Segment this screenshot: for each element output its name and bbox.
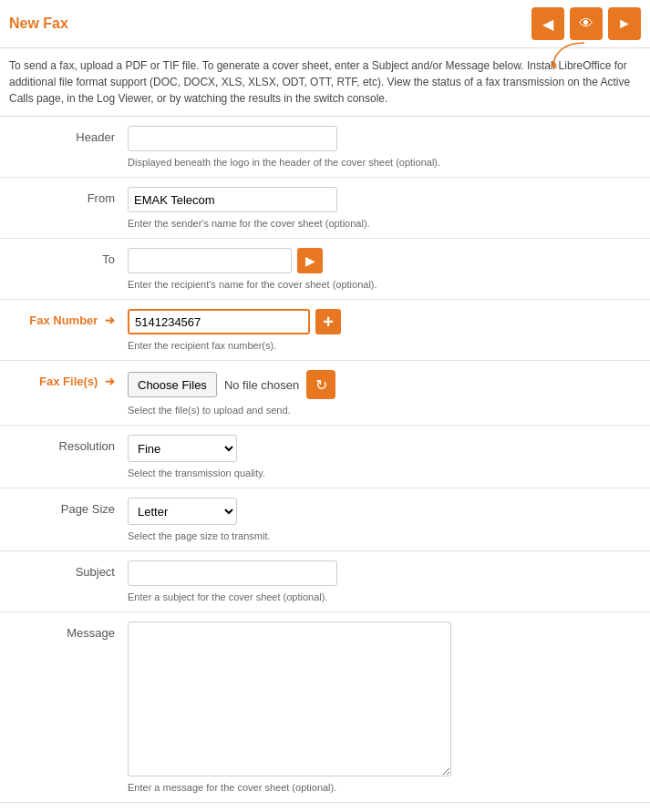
eye-icon: 👁: [579, 15, 593, 32]
message-content: Enter a message for the cover sheet (opt…: [128, 622, 641, 793]
fax-files-row: Fax File(s) ➔ Choose Files No file chose…: [0, 361, 650, 426]
fax-files-hint: Select the file(s) to upload and send.: [128, 405, 641, 416]
resolution-row: Resolution Fine Normal Extra Fine Select…: [0, 426, 650, 488]
fax-number-input-row: +: [128, 309, 641, 334]
resolution-select[interactable]: Fine Normal Extra Fine: [128, 435, 237, 462]
header-content: Displayed beneath the logo in the header…: [128, 126, 641, 168]
fax-number-input[interactable]: [128, 309, 310, 334]
message-textarea[interactable]: [128, 622, 451, 776]
to-content: ▶ Enter the recipient's name for the cov…: [128, 248, 641, 290]
page-size-select[interactable]: Letter A4 Legal: [128, 498, 237, 525]
fax-number-arrow: ➔: [105, 313, 115, 327]
subject-row: Subject Enter a subject for the cover sh…: [0, 551, 650, 612]
page-size-content: Letter A4 Legal Select the page size to …: [128, 498, 641, 541]
header-buttons: ◀ 👁 ►: [531, 7, 641, 40]
to-label: To: [9, 248, 128, 266]
message-hint: Enter a message for the cover sheet (opt…: [128, 782, 641, 793]
subject-input[interactable]: [128, 560, 337, 586]
to-input[interactable]: [128, 248, 292, 273]
page-title: New Fax: [9, 15, 68, 32]
from-input[interactable]: [128, 187, 337, 212]
to-row: To ▶ Enter the recipient's name for the …: [0, 239, 650, 300]
header-row: Header Displayed beneath the logo in the…: [0, 117, 650, 178]
to-input-row: ▶: [128, 248, 641, 273]
from-content: Enter the sender's name for the cover sh…: [128, 187, 641, 229]
refresh-button[interactable]: ↻: [306, 370, 335, 399]
fax-files-label: Fax File(s) ➔: [9, 370, 128, 388]
message-label: Message: [9, 622, 128, 640]
message-row: Message Enter a message for the cover sh…: [0, 612, 650, 803]
page-header: New Fax ◀ 👁 ►: [0, 0, 650, 48]
refresh-icon: ↻: [315, 376, 327, 394]
fax-number-hint: Enter the recipient fax number(s).: [128, 340, 641, 351]
header-input[interactable]: [128, 126, 337, 151]
fax-files-arrow: ➔: [105, 375, 115, 388]
form-container: Header Displayed beneath the logo in the…: [0, 117, 650, 812]
header-label: Header: [9, 126, 128, 144]
header-hint: Displayed beneath the logo in the header…: [128, 157, 641, 168]
from-label: From: [9, 187, 128, 205]
fax-number-label: Fax Number ➔: [9, 309, 128, 327]
subject-label: Subject: [9, 560, 128, 579]
preview-button[interactable]: 👁: [570, 7, 603, 40]
fax-number-content: + Enter the recipient fax number(s).: [128, 309, 641, 351]
fax-file-input-row: Choose Files No file chosen ↻: [128, 370, 641, 399]
choose-files-button[interactable]: Choose Files: [128, 372, 217, 397]
from-hint: Enter the sender's name for the cover sh…: [128, 218, 641, 229]
page-size-row: Page Size Letter A4 Legal Select the pag…: [0, 488, 650, 551]
footer-row: Footer: [0, 803, 650, 812]
intro-text: To send a fax, upload a PDF or TIF file.…: [0, 48, 650, 117]
page-size-hint: Select the page size to transmit.: [128, 530, 641, 541]
to-add-button[interactable]: ▶: [297, 248, 323, 273]
subject-hint: Enter a subject for the cover sheet (opt…: [128, 591, 641, 602]
send-icon: ►: [617, 15, 632, 32]
page-size-label: Page Size: [9, 498, 128, 516]
resolution-hint: Select the transmission quality.: [128, 468, 641, 478]
to-hint: Enter the recipient's name for the cover…: [128, 279, 641, 290]
fax-add-button[interactable]: +: [315, 309, 341, 334]
arrow-right-icon: ▶: [305, 253, 315, 268]
resolution-content: Fine Normal Extra Fine Select the transm…: [128, 435, 641, 478]
fax-files-content: Choose Files No file chosen ↻ Select the…: [128, 370, 641, 416]
back-icon: ◀: [542, 15, 553, 33]
no-file-label: No file chosen: [224, 378, 299, 392]
resolution-label: Resolution: [9, 435, 128, 453]
subject-content: Enter a subject for the cover sheet (opt…: [128, 560, 641, 602]
plus-icon: +: [323, 312, 334, 333]
fax-number-row: Fax Number ➔ + Enter the recipient fax n…: [0, 300, 650, 361]
send-button[interactable]: ►: [608, 7, 641, 40]
back-button[interactable]: ◀: [531, 7, 564, 40]
from-row: From Enter the sender's name for the cov…: [0, 178, 650, 239]
